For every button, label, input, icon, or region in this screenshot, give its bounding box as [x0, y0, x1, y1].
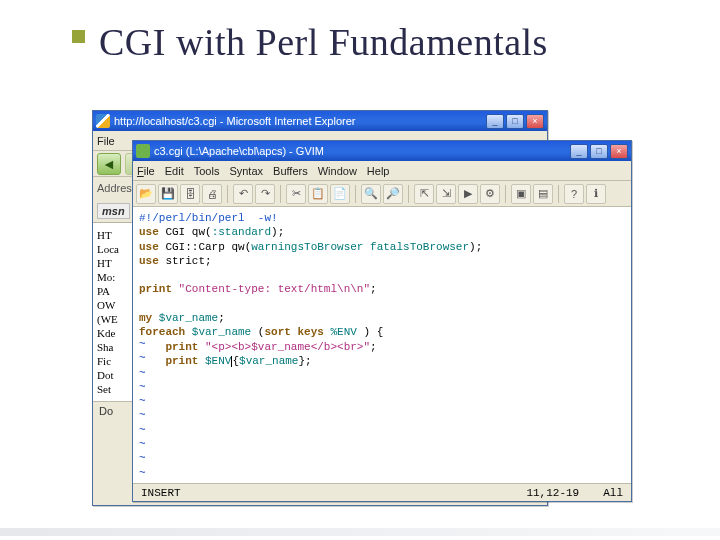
browser-titlebar[interactable]: http://localhost/c3.cgi - Microsoft Inte…: [93, 111, 547, 131]
scroll-percent: All: [603, 487, 623, 499]
toolbar-separator: [227, 185, 228, 203]
toolbar-separator: [505, 185, 506, 203]
menu-file[interactable]: File: [97, 135, 115, 147]
toolbar-separator: [280, 185, 281, 203]
close-button[interactable]: ×: [610, 144, 628, 159]
menu-edit[interactable]: Edit: [165, 165, 184, 177]
status-text: Do: [99, 405, 113, 417]
menu-file[interactable]: File: [137, 165, 155, 177]
save-session-icon[interactable]: ⇲: [436, 184, 456, 204]
vim-empty-lines: ~ ~ ~ ~ ~ ~ ~ ~ ~ ~ ~ ~ ~: [139, 337, 146, 483]
copy-icon[interactable]: 📋: [308, 184, 328, 204]
close-button[interactable]: ×: [526, 114, 544, 129]
editor-titlebar[interactable]: c3.cgi (L:\Apache\cbl\apcs) - GVIM _ □ ×: [133, 141, 631, 161]
undo-icon[interactable]: ↶: [233, 184, 253, 204]
editor-window: c3.cgi (L:\Apache\cbl\apcs) - GVIM _ □ ×…: [132, 140, 632, 502]
help-icon[interactable]: ?: [564, 184, 584, 204]
back-button[interactable]: ◄: [97, 153, 121, 175]
maximize-button[interactable]: □: [590, 144, 608, 159]
shell-icon[interactable]: ▣: [511, 184, 531, 204]
msn-logo[interactable]: msn: [97, 203, 130, 219]
menu-buffers[interactable]: Buffers: [273, 165, 308, 177]
shebang: #!/perl/bin/perl: [139, 212, 245, 224]
minimize-button[interactable]: _: [570, 144, 588, 159]
menu-tools[interactable]: Tools: [194, 165, 220, 177]
editor-title-text: c3.cgi (L:\Apache\cbl\apcs) - GVIM: [154, 145, 570, 157]
save-icon[interactable]: 💾: [158, 184, 178, 204]
browser-title-text: http://localhost/c3.cgi - Microsoft Inte…: [114, 115, 486, 127]
toolbar-separator: [558, 185, 559, 203]
find-icon[interactable]: 🔍: [361, 184, 381, 204]
ie-icon: [96, 114, 110, 128]
toolbar-separator: [355, 185, 356, 203]
print-icon[interactable]: 🖨: [202, 184, 222, 204]
slide-title: CGI with Perl Fundamentals: [99, 20, 548, 64]
bullet-accent: [72, 30, 85, 43]
slide: CGI with Perl Fundamentals http://localh…: [0, 0, 720, 540]
make-icon[interactable]: ⚙: [480, 184, 500, 204]
find-next-icon[interactable]: 🔎: [383, 184, 403, 204]
cut-icon[interactable]: ✂: [286, 184, 306, 204]
find-help-icon[interactable]: ℹ: [586, 184, 606, 204]
cursor-position: 11,12-19: [526, 487, 579, 499]
tag-jump-icon[interactable]: ▤: [533, 184, 553, 204]
screenshot-canvas: http://localhost/c3.cgi - Microsoft Inte…: [92, 110, 632, 508]
run-script-icon[interactable]: ▶: [458, 184, 478, 204]
save-all-icon[interactable]: 🗄: [180, 184, 200, 204]
redo-icon[interactable]: ↷: [255, 184, 275, 204]
menu-help[interactable]: Help: [367, 165, 390, 177]
maximize-button[interactable]: □: [506, 114, 524, 129]
editor-statusbar: INSERT 11,12-19 All: [133, 483, 631, 501]
browser-window-controls: _ □ ×: [486, 114, 544, 129]
title-row: CGI with Perl Fundamentals: [0, 0, 720, 74]
menu-syntax[interactable]: Syntax: [229, 165, 263, 177]
load-session-icon[interactable]: ⇱: [414, 184, 434, 204]
menu-window[interactable]: Window: [318, 165, 357, 177]
slide-footer-gradient: [0, 528, 720, 536]
gvim-icon: [136, 144, 150, 158]
editor-window-controls: _ □ ×: [570, 144, 628, 159]
editor-menubar[interactable]: File Edit Tools Syntax Buffers Window He…: [133, 161, 631, 181]
toolbar-separator: [408, 185, 409, 203]
editor-mode: INSERT: [141, 487, 181, 499]
minimize-button[interactable]: _: [486, 114, 504, 129]
editor-toolbar: 📂 💾 🗄 🖨 ↶ ↷ ✂ 📋 📄 🔍 🔎 ⇱ ⇲ ▶ ⚙: [133, 181, 631, 207]
open-icon[interactable]: 📂: [136, 184, 156, 204]
paste-icon[interactable]: 📄: [330, 184, 350, 204]
code-editor-body[interactable]: #!/perl/bin/perl -w! use CGI qw(:standar…: [133, 207, 631, 483]
